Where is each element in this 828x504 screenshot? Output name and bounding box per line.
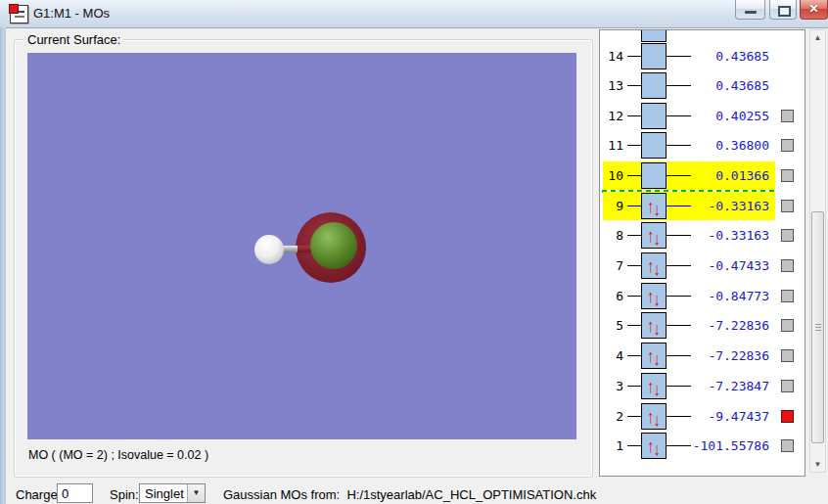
chevron-down-icon[interactable]: ▼: [187, 484, 205, 502]
mo-visibility-checkbox[interactable]: [781, 380, 794, 392]
mo-visibility-checkbox[interactable]: [781, 169, 794, 182]
mo-number: 3: [602, 379, 623, 393]
mo-number: 9: [602, 199, 623, 213]
close-button[interactable]: ✕: [800, 0, 828, 20]
mo-number: 12: [602, 109, 623, 123]
window-border: [0, 27, 6, 504]
mo-row[interactable]: 8 ↑↓ -0.33163: [600, 221, 805, 250]
mo-number: 7: [602, 258, 623, 273]
surface-caption: MO ( (MO = 2) ; Isovalue = 0.02 ): [28, 448, 208, 462]
spin-value: Singlet: [145, 486, 184, 501]
current-surface-label: Current Surface:: [23, 32, 124, 47]
mo-row[interactable]: 3 ↑↓ -7.23847: [600, 372, 805, 400]
mo-energy: -101.55786: [657, 438, 769, 453]
mo-level-list[interactable]: 14 0.43685 13 0.43685 12 0.40255 11: [599, 29, 805, 477]
mo-number: 5: [602, 318, 623, 333]
restore-icon: [778, 6, 791, 17]
current-surface-groupbox: Current Surface: MO ( (MO = 2) ; Isovalu…: [14, 39, 593, 478]
mo-visibility-checkbox[interactable]: [781, 439, 794, 452]
scroll-up-icon[interactable]: ▲: [810, 30, 825, 45]
mo-energy: -7.22836: [657, 348, 769, 363]
mo-energy: 0.36800: [657, 138, 769, 153]
minimize-icon: [745, 11, 757, 14]
mo-energy: -0.33163: [657, 199, 769, 213]
mo-energy: -0.47433: [657, 258, 769, 273]
mo-visibility-checkbox[interactable]: [781, 110, 794, 122]
mo-visibility-checkbox[interactable]: [781, 290, 794, 302]
mo-visibility-checkbox[interactable]: [781, 229, 794, 242]
mo-row[interactable]: 5 ↑↓ -7.22836: [600, 311, 805, 340]
spin-dropdown[interactable]: Singlet ▼: [139, 483, 206, 503]
mo-number: 6: [602, 289, 623, 303]
mo-energy: -9.47437: [657, 409, 769, 424]
mo-row[interactable]: 11 0.36800: [600, 131, 805, 160]
mo-row[interactable]: 7 ↑↓ -0.47433: [600, 252, 805, 280]
mo-row[interactable]: 1 ↑↓ -101.55786: [600, 432, 805, 460]
mo-visibility-checkbox[interactable]: [781, 139, 794, 152]
mo-energy: -0.84773: [657, 289, 769, 303]
chlorine-atom[interactable]: [310, 222, 357, 269]
charge-input[interactable]: [57, 483, 93, 503]
mo-list-scrollbar[interactable]: ▲ ▼: [809, 29, 826, 473]
spin-label: Spin:: [110, 487, 139, 502]
mo-number: 11: [602, 138, 623, 153]
mo-number: 10: [602, 168, 623, 183]
molecule-viewport[interactable]: [27, 53, 576, 439]
mo-energy: -0.33163: [657, 228, 769, 243]
scroll-down-icon[interactable]: ▼: [810, 457, 825, 472]
mo-row[interactable]: 6 ↑↓ -0.84773: [600, 282, 805, 310]
window-title: G1:M1 - MOs: [33, 6, 110, 21]
mo-row-lumo[interactable]: 10 0.01366: [600, 161, 805, 190]
mo-energy: 0.43685: [657, 49, 769, 64]
hydrogen-atom[interactable]: [254, 235, 284, 264]
mo-number: 8: [602, 228, 623, 243]
mo-energy: 0.01366: [657, 168, 769, 183]
mo-visibility-checkbox[interactable]: [781, 349, 794, 362]
scrollbar-thumb[interactable]: [811, 211, 824, 443]
mo-visibility-checkbox[interactable]: [781, 319, 794, 332]
mo-number: 14: [602, 49, 623, 64]
charge-label: Charge:: [16, 487, 61, 502]
mo-energy: 0.40255: [657, 109, 769, 123]
mo-row[interactable]: 12 0.40255: [600, 102, 805, 130]
mo-number: 13: [602, 78, 623, 93]
app-icon: [10, 5, 28, 23]
mo-number: 2: [602, 409, 623, 424]
mo-row[interactable]: 4 ↑↓ -7.22836: [600, 342, 805, 370]
mo-row[interactable]: 14 0.43685: [600, 42, 805, 70]
mo-number: 1: [602, 438, 623, 453]
mo-visibility-checkbox-selected[interactable]: [781, 410, 794, 423]
minimize-button[interactable]: [735, 0, 765, 20]
mo-row-partial-box: [641, 29, 667, 42]
mo-energy: -7.22836: [657, 318, 769, 333]
title-bar[interactable]: G1:M1 - MOs ✕: [0, 0, 828, 28]
scrollbar-grip: [815, 324, 821, 331]
mos-window: G1:M1 - MOs ✕ Current Surface: MO ( (MO …: [0, 0, 828, 504]
source-file-status: Gaussian MOs from: H:/1styearlab/AC_HCL_…: [223, 487, 596, 502]
close-icon: ✕: [801, 2, 827, 16]
mo-energy: 0.43685: [657, 78, 769, 93]
restore-button[interactable]: [769, 0, 797, 20]
mo-energy: -7.23847: [657, 379, 769, 393]
mo-visibility-checkbox[interactable]: [781, 259, 794, 272]
mo-visibility-checkbox[interactable]: [781, 200, 794, 212]
mo-row-homo[interactable]: 9 ↑↓ -0.33163: [600, 192, 805, 220]
mo-number: 4: [602, 348, 623, 363]
mo-row-selected[interactable]: 2 ↑↓ -9.47437: [600, 402, 805, 431]
mo-row[interactable]: 13 0.43685: [600, 71, 805, 100]
